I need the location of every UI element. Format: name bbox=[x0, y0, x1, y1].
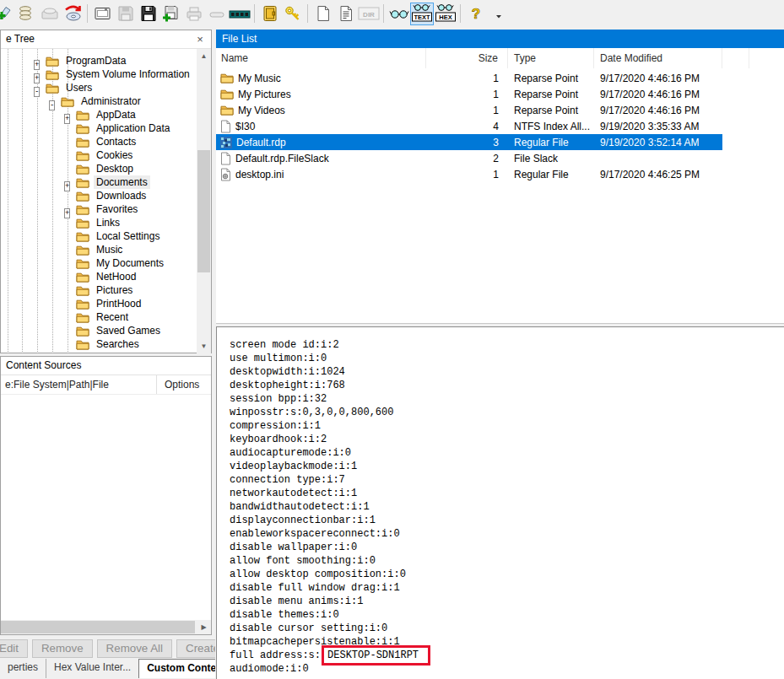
image-mounting-icon bbox=[38, 3, 61, 25]
column-header-name[interactable]: Name bbox=[216, 48, 426, 68]
tree-vertical-scrollbar[interactable]: ▲ ▼ bbox=[197, 49, 211, 353]
scroll-right-icon[interactable]: ▶ bbox=[197, 620, 211, 634]
folder-icon bbox=[76, 258, 89, 269]
capture-memory-icon[interactable] bbox=[228, 3, 251, 25]
tree-expand-slot[interactable]: + bbox=[64, 206, 72, 213]
tab-perties[interactable]: perties bbox=[0, 659, 46, 678]
content-sources-source-column[interactable]: e:File System|Path|File bbox=[1, 375, 157, 394]
tree-item-users[interactable]: -Users bbox=[1, 81, 197, 94]
content-sources-buttons: EditRemoveRemove AllCreate Image bbox=[0, 638, 215, 660]
tree-item-printhood[interactable]: PrintHood bbox=[1, 297, 197, 310]
toolbar-overflow-icon[interactable] bbox=[487, 3, 510, 25]
tree-item-music[interactable]: Music bbox=[1, 243, 197, 256]
tree-item-system-volume-information[interactable]: +System Volume Information bbox=[1, 67, 197, 81]
remove-evidence-item-icon[interactable] bbox=[61, 3, 84, 25]
tree-item-application-data[interactable]: Application Data bbox=[1, 121, 197, 135]
tree-item-label: AppData bbox=[94, 108, 138, 121]
scroll-down-icon[interactable]: ▼ bbox=[197, 339, 211, 353]
tab-hex-value-inter[interactable]: Hex Value Inter... bbox=[46, 659, 138, 678]
tree-item-saved-games[interactable]: Saved Games bbox=[1, 324, 197, 337]
folder-icon bbox=[76, 110, 89, 121]
evidence-tree-panel: e Tree × +ProgramData+System Volume Info… bbox=[0, 30, 212, 353]
text-viewer: screen mode id:i:2use multimon:i:0deskto… bbox=[216, 326, 784, 679]
add-evidence-item-icon[interactable] bbox=[0, 3, 15, 25]
file-name: My Videos bbox=[238, 105, 285, 116]
decrypt-ad1-image-icon[interactable] bbox=[281, 3, 304, 25]
tree-expand-slot[interactable]: + bbox=[64, 179, 72, 186]
tree-item-label: Desktop bbox=[94, 162, 136, 175]
new-page-icon[interactable] bbox=[311, 3, 334, 25]
content-sources-list[interactable] bbox=[1, 395, 211, 620]
tree-expand-slot[interactable]: + bbox=[34, 57, 41, 65]
file-row-my-music[interactable]: My Music1Reparse Point9/17/2020 4:46:16 … bbox=[216, 70, 722, 86]
tree-item-links[interactable]: Links bbox=[1, 216, 197, 229]
tree-item-label: Local Settings bbox=[94, 229, 162, 243]
document-properties-icon[interactable] bbox=[334, 3, 357, 25]
file-row-default-rdp[interactable]: Default.rdp3Regular File9/19/2020 3:52:1… bbox=[216, 134, 722, 150]
create-disk-image-icon[interactable] bbox=[91, 3, 114, 25]
viewer-line: disable themes:i:0 bbox=[230, 608, 784, 622]
tree-item-label: ProgramData bbox=[63, 54, 128, 67]
tree-item-nethood[interactable]: NetHood bbox=[1, 270, 197, 283]
content-sources-horizontal-scrollbar[interactable]: ▶ bbox=[1, 620, 211, 634]
content-sources-options-column[interactable]: Options bbox=[157, 375, 211, 394]
tree-item-documents[interactable]: +Documents bbox=[1, 175, 197, 189]
tree-expand-slot[interactable]: + bbox=[34, 71, 41, 78]
obtain-protected-files-icon[interactable] bbox=[258, 3, 281, 25]
tree-item-label: Users bbox=[63, 81, 95, 94]
cell-name: Default.rdp.FileSlack bbox=[216, 152, 426, 165]
toolbar-separator bbox=[87, 4, 88, 23]
auto-view-mode-icon[interactable] bbox=[387, 3, 410, 25]
tree-item-label: Application Data bbox=[94, 121, 172, 135]
file-name: My Pictures bbox=[238, 89, 291, 100]
tree-item-downloads[interactable]: Downloads bbox=[1, 189, 197, 202]
column-header-size[interactable]: Size bbox=[426, 48, 508, 68]
tree-item-my-documents[interactable]: My Documents bbox=[1, 256, 197, 270]
tree-expand-slot[interactable]: - bbox=[49, 98, 57, 105]
cell-type: NTFS Index All... bbox=[508, 121, 594, 132]
tree-item-local-settings[interactable]: Local Settings bbox=[1, 229, 197, 243]
content-sources-panel: Content Sources e:File System|Path|File … bbox=[0, 356, 212, 635]
tree-expand-slot[interactable]: - bbox=[34, 84, 41, 92]
add-evidence-to-image-icon[interactable] bbox=[160, 3, 182, 25]
tree-item-recent[interactable]: Recent bbox=[1, 310, 197, 324]
tree-item-searches[interactable]: Searches bbox=[1, 337, 197, 351]
tab-custom-conte[interactable]: Custom Conte... bbox=[138, 659, 215, 678]
tree-item-programdata[interactable]: +ProgramData bbox=[1, 54, 197, 67]
tree-item-appdata[interactable]: +AppData bbox=[1, 108, 197, 121]
tree-expand-slot[interactable]: + bbox=[64, 111, 72, 119]
tree-expand-slot bbox=[64, 341, 72, 348]
tree-item-sendto[interactable]: SendTo bbox=[1, 351, 197, 353]
tree-item-favorites[interactable]: +Favorites bbox=[1, 202, 197, 216]
tree-expand-slot bbox=[64, 327, 72, 335]
tree-item-cookies[interactable]: Cookies bbox=[1, 148, 197, 162]
file-list-rows: My Music1Reparse Point9/17/2020 4:46:16 … bbox=[216, 68, 784, 182]
tree-item-label: System Volume Information bbox=[63, 67, 192, 81]
tree-scrollbar-thumb[interactable] bbox=[197, 150, 210, 272]
viewer-line: session bpp:i:32 bbox=[230, 392, 784, 406]
file-row-default-rdp-fileslack[interactable]: Default.rdp.FileSlack2File Slack bbox=[216, 150, 722, 166]
text-view-mode-icon[interactable]: TEXT bbox=[410, 3, 434, 25]
column-header-type[interactable]: Type bbox=[508, 48, 594, 68]
tree-item-pictures[interactable]: Pictures bbox=[1, 283, 197, 297]
viewer-line: desktopwidth:i:1024 bbox=[230, 365, 784, 379]
export-disk-image-icon[interactable] bbox=[137, 3, 160, 25]
file-row-desktop-ini[interactable]: desktop.ini1Regular File9/17/2020 4:46:2… bbox=[216, 166, 722, 182]
hscrollbar-thumb[interactable] bbox=[1, 621, 195, 633]
file-row-my-videos[interactable]: My Videos1Reparse Point9/17/2020 4:46:16… bbox=[216, 102, 722, 118]
close-icon[interactable]: × bbox=[194, 30, 206, 48]
help-icon[interactable]: ? bbox=[464, 3, 487, 25]
tree-item-administrator[interactable]: -Administrator bbox=[1, 94, 197, 108]
column-header-extra bbox=[722, 48, 749, 68]
file-row-i30[interactable]: $I304NTFS Index All...9/19/2020 3:35:33 … bbox=[216, 118, 722, 134]
tree-rows: +ProgramData+System Volume Information-U… bbox=[1, 49, 197, 353]
tree-item-contacts[interactable]: Contacts bbox=[1, 135, 197, 148]
scroll-up-icon[interactable]: ▲ bbox=[197, 49, 211, 63]
column-header-date-modified[interactable]: Date Modified bbox=[594, 48, 722, 68]
hex-view-mode-icon[interactable]: HEX bbox=[434, 3, 457, 25]
tree-item-desktop[interactable]: Desktop bbox=[1, 162, 197, 175]
cell-date-modified: 9/17/2020 4:46:16 PM bbox=[594, 105, 722, 116]
add-all-attached-devices-icon[interactable] bbox=[15, 3, 38, 25]
folder-icon bbox=[76, 218, 89, 229]
file-row-my-pictures[interactable]: My Pictures1Reparse Point9/17/2020 4:46:… bbox=[216, 86, 722, 102]
